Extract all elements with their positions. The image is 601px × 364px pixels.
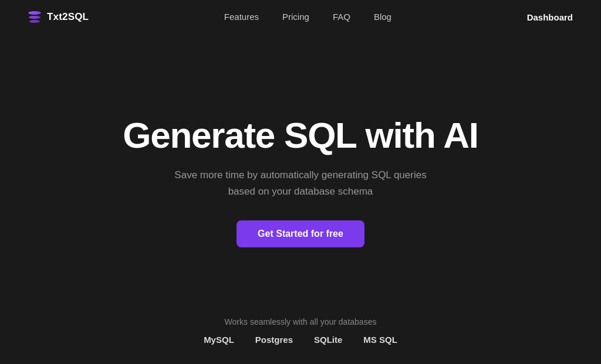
dashboard-link[interactable]: Dashboard xyxy=(527,12,573,22)
database-list: MySQL Postgres SQLite MS SQL xyxy=(204,335,397,345)
nav-item-blog[interactable]: Blog xyxy=(374,12,391,22)
nav-item-features[interactable]: Features xyxy=(224,12,259,22)
logo-icon xyxy=(28,11,41,23)
databases-label: Works seamlessly with all your databases xyxy=(225,317,377,326)
nav-links: Features Pricing FAQ Blog xyxy=(224,12,391,22)
databases-section: Works seamlessly with all your databases… xyxy=(0,294,601,345)
cta-button[interactable]: Get Started for free xyxy=(237,220,364,247)
nav-link-faq[interactable]: FAQ xyxy=(333,12,350,22)
db-sqlite: SQLite xyxy=(314,335,342,345)
hero-title: Generate SQL with AI xyxy=(123,115,478,155)
logo-disk-3 xyxy=(29,20,40,23)
logo-disk-1 xyxy=(28,11,41,15)
logo-disk-2 xyxy=(29,16,40,19)
db-postgres: Postgres xyxy=(255,335,293,345)
logo[interactable]: Txt2SQL xyxy=(28,11,89,23)
logo-text: Txt2SQL xyxy=(47,11,89,23)
hero-subtitle: Save more time by automatically generati… xyxy=(166,167,435,199)
nav-item-faq[interactable]: FAQ xyxy=(333,12,350,22)
db-mysql: MySQL xyxy=(204,335,234,345)
nav-link-pricing[interactable]: Pricing xyxy=(282,12,309,22)
hero-section: Generate SQL with AI Save more time by a… xyxy=(0,34,601,294)
nav-link-blog[interactable]: Blog xyxy=(374,12,391,22)
db-mssql: MS SQL xyxy=(363,335,397,345)
nav-link-features[interactable]: Features xyxy=(224,12,259,22)
navbar: Txt2SQL Features Pricing FAQ Blog Dashbo… xyxy=(0,0,601,34)
nav-item-pricing[interactable]: Pricing xyxy=(282,12,309,22)
